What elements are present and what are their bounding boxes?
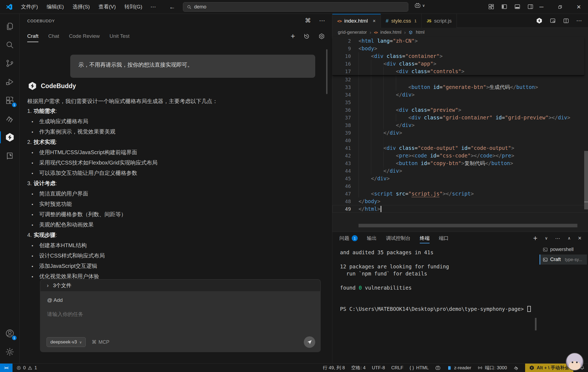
split-editor-icon[interactable] [563, 18, 569, 24]
maximize-panel-icon[interactable]: ∧ [568, 236, 571, 241]
indentation[interactable]: 空格: 4 [351, 365, 366, 371]
command-center-search[interactable]: demo [183, 2, 408, 12]
tab-unit-test[interactable]: Unit Test [109, 31, 130, 42]
code-line-44[interactable]: 44</div> [332, 167, 588, 175]
editor-tab-script-js[interactable]: JS script.js [422, 14, 457, 28]
open-preview-icon[interactable] [550, 18, 556, 24]
robot-status-icon[interactable] [435, 365, 441, 370]
code-line-42[interactable]: 42<pre><code id="css-code"></code></pre> [332, 152, 588, 159]
toggle-sidebar-icon[interactable] [501, 4, 507, 10]
tab-code-review[interactable]: Code Review [69, 31, 100, 42]
toggle-panel-icon[interactable] [514, 4, 520, 10]
activitybar-source-control[interactable] [0, 54, 20, 73]
cloud-studio-status-icon[interactable] [513, 365, 519, 371]
nav-back-button[interactable]: ← [169, 3, 175, 11]
panel-tab-output[interactable]: 输出 [367, 232, 377, 244]
close-panel-icon[interactable]: × [578, 235, 581, 242]
panel-tab-terminal[interactable]: 终端 [420, 232, 430, 244]
code-line-32[interactable]: 32 [332, 76, 588, 83]
sessions-scrollbar[interactable] [535, 318, 537, 330]
model-selector[interactable]: deepseek-v3 ∨ [47, 337, 86, 347]
cursor-position[interactable]: 行 49, 列 8 [323, 365, 345, 371]
menu-item-3[interactable]: 查看(V) [94, 2, 120, 11]
activitybar-docs[interactable] [0, 147, 20, 165]
editor-tab-style-css[interactable]: # style.css 1 [381, 14, 422, 28]
mcp-button[interactable]: ⌘ MCP [92, 339, 109, 345]
activitybar-extensions[interactable]: 1 [0, 91, 20, 110]
ai-assistant-menu[interactable]: ∨ [414, 2, 425, 8]
code-line-39[interactable]: 39</div> [332, 129, 588, 137]
history-icon[interactable] [303, 33, 310, 40]
panel-more-icon[interactable]: ⋯ [555, 235, 560, 241]
activitybar-codebuddy[interactable] [0, 128, 20, 147]
code-line-10[interactable]: 10<div class="container"> [332, 52, 584, 60]
code-line-49[interactable]: 49</html> [332, 205, 588, 213]
mcp-plug-icon[interactable]: ⌘ [305, 17, 311, 24]
tab-chat[interactable]: Chat [48, 31, 59, 42]
code-line-34[interactable]: 34</div> [332, 91, 588, 98]
code-line-35[interactable]: 35 [332, 98, 588, 106]
editor-tab-index-html[interactable]: <> index.html × [332, 14, 381, 28]
activitybar-settings[interactable] [0, 343, 20, 361]
code-line-33[interactable]: 33<button id="generate-btn">生成代码</button… [332, 83, 588, 91]
code-line-48[interactable]: 48</body> [332, 197, 588, 205]
tab-craft[interactable]: Craft [27, 31, 38, 42]
editor-more-icon[interactable]: ⋯ [576, 17, 582, 24]
panel-tab-ports[interactable]: 端口 [439, 232, 449, 244]
add-context-button[interactable]: @ Add [47, 297, 314, 303]
new-terminal-icon[interactable]: + [533, 234, 537, 243]
breadcrumb-file[interactable]: index.html [380, 30, 401, 35]
activitybar-account[interactable]: 1 [0, 324, 20, 343]
code-line-16[interactable]: 16<div class="app"> [332, 60, 584, 67]
remote-indicator[interactable]: >< [0, 364, 13, 372]
panel-tab-problems[interactable]: 问题1 [339, 232, 358, 244]
menu-item-4[interactable]: 转到(G) [120, 2, 146, 11]
horizontal-scrollbar[interactable] [359, 224, 577, 227]
close-icon[interactable]: × [373, 18, 376, 24]
activitybar-cloud-studio[interactable] [0, 110, 20, 128]
window-close-button[interactable]: × [570, 0, 587, 14]
new-chat-icon[interactable]: + [291, 32, 295, 41]
code-line-2[interactable]: 2<html lang="zh-CN"> [332, 37, 584, 45]
language-mode[interactable]: { }HTML [410, 365, 429, 371]
breadcrumb-folder[interactable]: grid-generator [338, 30, 367, 35]
code-line-36[interactable]: 36<div class="preview"> [332, 106, 588, 114]
problems-status[interactable]: 0 1 [13, 365, 41, 371]
encoding[interactable]: UTF-8 [372, 365, 385, 371]
menu-item-0[interactable]: 文件(F) [17, 2, 42, 11]
code-line-46[interactable]: 46 [332, 182, 588, 190]
terminal-output[interactable]: and audited 35 packages in 41s12 package… [332, 244, 539, 363]
z-reader-status[interactable]: z-reader [447, 365, 471, 371]
vertical-scrollbar[interactable] [584, 151, 588, 209]
code-line-40[interactable]: 40 [332, 137, 588, 144]
code-line-9[interactable]: 9<body> [332, 45, 584, 52]
code-line-38[interactable]: 38</div> [332, 121, 588, 129]
code-line-17[interactable]: 17<div class="controls"> [332, 67, 584, 75]
sidebar-more-icon[interactable]: ⋯ [319, 17, 325, 24]
code-line-45[interactable]: 45</div> [332, 175, 588, 182]
code-line-41[interactable]: 41<div class="code-output" id="code-outp… [332, 144, 588, 152]
activitybar-explorer[interactable] [0, 17, 20, 36]
terminal-session-Craft[interactable]: Crafttype-sy... [540, 255, 587, 265]
window-restore-button[interactable] [551, 0, 569, 14]
port-status[interactable]: 端口: 3000 [477, 365, 507, 371]
customize-layout-icon[interactable] [488, 4, 494, 10]
menu-item-2[interactable]: 选择(S) [68, 2, 94, 11]
terminal-session-powershell[interactable]: powershell [540, 244, 587, 255]
chat-scrollbar[interactable] [326, 49, 327, 94]
eol-sequence[interactable]: CRLF [391, 365, 403, 371]
assistant-avatar[interactable] [566, 353, 584, 371]
activitybar-run-debug[interactable] [0, 73, 20, 91]
attachments-toggle[interactable]: › 3个文件 [40, 279, 321, 291]
code-line-37[interactable]: 37<div class="grid-container" id="grid-p… [332, 114, 588, 121]
activitybar-search[interactable] [0, 36, 20, 54]
panel-tab-debug-console[interactable]: 调试控制台 [386, 232, 411, 244]
codebuddy-action-icon[interactable] [536, 17, 543, 24]
settings-hex-icon[interactable] [318, 33, 325, 40]
code-line-47[interactable]: 47<script src="script.js"></script> [332, 190, 588, 197]
terminal-dropdown-icon[interactable]: ∨ [545, 236, 548, 241]
code-line-43[interactable]: 43<button id="copy-btn">复制代码</button> [332, 159, 588, 167]
menu-item-1[interactable]: 编辑(E) [42, 2, 68, 11]
menu-more-button[interactable]: ⋯ [147, 4, 160, 10]
breadcrumb-symbol[interactable]: html [416, 30, 424, 35]
